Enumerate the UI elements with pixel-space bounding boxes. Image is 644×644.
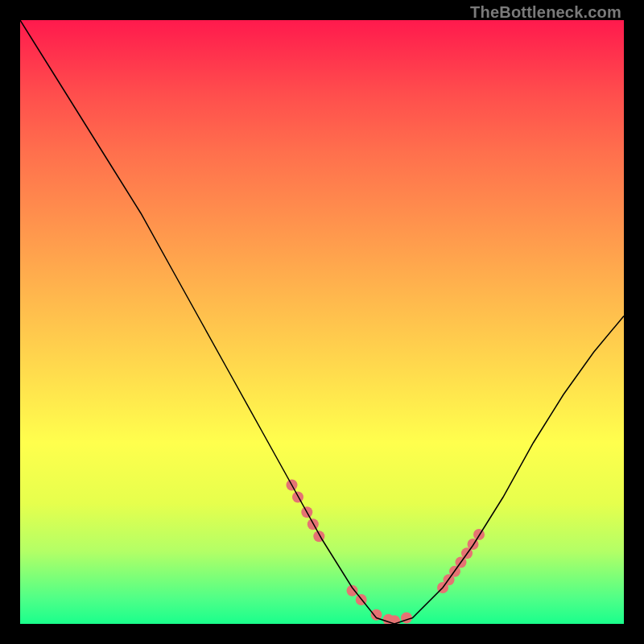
watermark-text: TheBottleneck.com <box>470 3 621 22</box>
highlight-dots <box>287 480 485 625</box>
chart-frame: TheBottleneck.com <box>0 0 644 644</box>
highlight-dot <box>468 539 479 550</box>
chart-svg <box>20 20 624 624</box>
chart-plot-area <box>20 20 624 624</box>
highlight-dot <box>473 529 485 540</box>
